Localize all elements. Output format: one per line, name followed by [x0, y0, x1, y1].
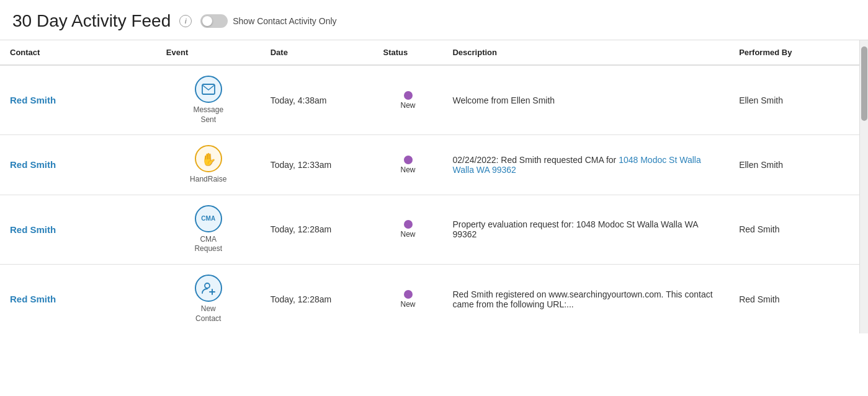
contact-link[interactable]: Red Smith	[10, 95, 56, 105]
performed-by-cell: Ellen Smith	[729, 65, 868, 135]
contact-cell: Red Smith	[0, 65, 156, 135]
performed-by-cell: Red Smith	[729, 264, 868, 333]
table-row: Red SmithMessageSentToday, 4:38amNewWelc…	[0, 65, 868, 135]
col-date-header: Date	[261, 40, 374, 65]
event-label: MessageSent	[193, 105, 223, 125]
performed-by-cell: Red Smith	[729, 195, 868, 264]
svg-rect-0	[202, 84, 215, 94]
status-cell: New	[374, 264, 443, 333]
status-text: New	[400, 230, 415, 239]
date-cell: Today, 4:38am	[261, 65, 374, 135]
date-cell: Today, 12:33am	[261, 135, 374, 195]
table-body: Red SmithMessageSentToday, 4:38amNewWelc…	[0, 65, 868, 333]
status-cell: New	[374, 195, 443, 264]
table-row: Red Smith✋HandRaiseToday, 12:33amNew02/2…	[0, 135, 868, 195]
description-cell: Property evaluation request for: 1048 Mo…	[442, 195, 729, 264]
description-cell: Welcome from Ellen Smith	[442, 65, 729, 135]
show-contact-activity-toggle[interactable]	[200, 14, 228, 28]
status-cell: New	[374, 135, 443, 195]
table-row: Red SmithNewContactToday, 12:28amNewRed …	[0, 264, 868, 333]
status-cell: New	[374, 65, 443, 135]
performed-by-cell: Ellen Smith	[729, 135, 868, 195]
toggle-label: Show Contact Activity Only	[233, 16, 336, 26]
cma-icon: CMA	[195, 205, 222, 232]
contact-link[interactable]: Red Smith	[10, 159, 56, 170]
activity-table-container: Contact Event Date Status Description Pe…	[0, 40, 868, 333]
status-dot	[404, 290, 413, 299]
col-description-header: Description	[442, 40, 729, 65]
status-text: New	[400, 101, 415, 110]
date-cell: Today, 12:28am	[261, 264, 374, 333]
description-cell: Red Smith registered on www.searchingyou…	[442, 264, 729, 333]
event-cell: MessageSent	[156, 65, 261, 135]
description-link[interactable]: 1048 Modoc St Walla Walla WA 99362	[452, 155, 700, 175]
col-contact-header: Contact	[0, 40, 156, 65]
page-header: 30 Day Activity Feed i Show Contact Acti…	[0, 0, 868, 40]
scrollbar[interactable]	[859, 40, 868, 333]
contact-link[interactable]: Red Smith	[10, 224, 56, 235]
page-title: 30 Day Activity Feed	[12, 11, 171, 31]
status-dot	[404, 220, 413, 229]
status-text: New	[400, 300, 415, 309]
new-contact-icon	[195, 275, 222, 302]
svg-point-2	[205, 283, 210, 288]
contact-cell: Red Smith	[0, 195, 156, 264]
date-cell: Today, 12:28am	[261, 195, 374, 264]
status-dot	[404, 156, 413, 164]
event-label: HandRaise	[190, 175, 226, 185]
event-cell: CMACMARequest	[156, 195, 261, 264]
toggle-wrapper: Show Contact Activity Only	[200, 14, 336, 28]
col-event-header: Event	[156, 40, 261, 65]
handraise-icon: ✋	[195, 145, 222, 172]
contact-cell: Red Smith	[0, 264, 156, 333]
svg-text:✋: ✋	[201, 152, 216, 166]
activity-table: Contact Event Date Status Description Pe…	[0, 40, 868, 333]
scrollbar-thumb[interactable]	[861, 46, 867, 121]
event-cell: ✋HandRaise	[156, 135, 261, 195]
contact-link[interactable]: Red Smith	[10, 294, 56, 304]
status-dot	[404, 91, 413, 100]
event-cell: NewContact	[156, 264, 261, 333]
description-cell: 02/24/2022: Red Smith requested CMA for …	[442, 135, 729, 195]
event-label: CMARequest	[194, 235, 222, 254]
event-label: NewContact	[195, 304, 221, 323]
message-icon	[195, 76, 222, 103]
contact-cell: Red Smith	[0, 135, 156, 195]
status-text: New	[400, 165, 415, 174]
col-performed-by-header: Performed By	[729, 40, 868, 65]
table-row: Red SmithCMACMARequestToday, 12:28amNewP…	[0, 195, 868, 264]
col-status-header: Status	[374, 40, 443, 65]
info-icon[interactable]: i	[179, 15, 192, 27]
table-header: Contact Event Date Status Description Pe…	[0, 40, 868, 65]
